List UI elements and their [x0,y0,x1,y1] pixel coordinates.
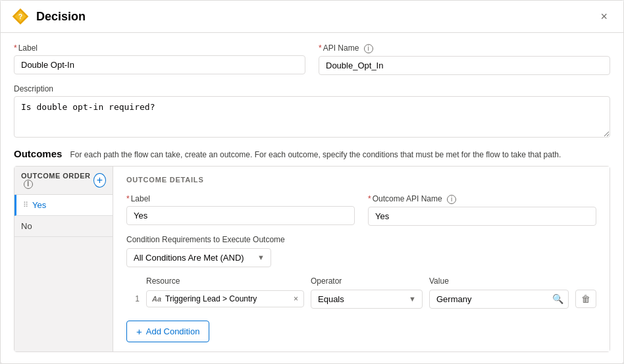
api-name-input[interactable] [319,56,610,75]
outcome-label-input[interactable] [126,206,355,225]
add-condition-plus-icon: + [136,326,142,337]
outcomes-sidebar-header: OUTCOME ORDER i + [14,167,113,195]
outcome-label-label: *Label [126,194,355,203]
modal-title: Decision [36,10,595,24]
conditions-table: Resource Operator Value 1 Aa Triggering … [126,276,596,309]
outcomes-sidebar: OUTCOME ORDER i + ⠿ Yes No [14,167,113,351]
operator-select[interactable]: EqualsNot Equal ToContainsDoes Not Conta… [311,290,423,309]
resource-type-icon: Aa [152,295,161,303]
decision-icon: ? [11,7,30,26]
value-wrapper: 🔍 [429,290,569,309]
trash-icon: 🗑 [581,294,590,304]
operator-select-wrapper: EqualsNot Equal ToContainsDoes Not Conta… [311,290,423,309]
add-condition-button[interactable]: + Add Condition [126,321,209,342]
outcome-order-info-icon[interactable]: i [24,180,33,189]
condition-headers: Resource Operator Value [126,276,596,286]
outcomes-layout: OUTCOME ORDER i + ⠿ Yes No OUTCO [14,166,610,352]
resource-header: Resource [146,276,304,286]
svg-text:?: ? [18,13,22,20]
outcome-api-info-icon[interactable]: i [447,195,456,204]
detail-title: OUTCOME DETAILS [126,176,596,184]
description-label: Description [14,84,610,93]
api-name-group: *API Name i [319,43,610,75]
add-outcome-button[interactable]: + [93,173,106,188]
operator-header: Operator [311,276,423,286]
label-api-row: *Label *API Name i [14,43,610,75]
value-input[interactable] [429,290,569,309]
modal-body: *Label *API Name i Description Outcomes … [1,33,623,363]
resource-pill[interactable]: Aa Triggering Lead > Country × [146,290,304,307]
outcomes-section: Outcomes For each path the flow can take… [14,148,610,352]
close-button[interactable]: × [595,8,613,25]
decision-modal: ? Decision × *Label *API Name i D [0,0,624,364]
condition-req-select-wrapper: All Conditions Are Met (AND)Any Conditio… [126,248,271,267]
condition-requirements-section: Condition Requirements to Execute Outcom… [126,235,596,267]
condition-row-1: 1 Aa Triggering Lead > Country × EqualsN… [126,290,596,309]
condition-req-label: Condition Requirements to Execute Outcom… [126,235,596,244]
label-input[interactable] [14,55,305,74]
outcome-label-group: *Label [126,194,355,226]
condition-req-select[interactable]: All Conditions Are Met (AND)Any Conditio… [126,248,271,267]
drag-icon-yes: ⠿ [23,201,28,209]
delete-condition-button[interactable]: 🗑 [575,290,596,308]
row-number: 1 [126,294,140,303]
outcome-api-name-group: *Outcome API Name i [368,194,596,226]
api-name-info-icon[interactable]: i [364,44,373,53]
outcome-api-name-input[interactable] [368,207,596,226]
api-name-label: *API Name i [319,43,610,53]
description-textarea[interactable] [14,96,610,138]
label-group: *Label [14,43,305,75]
outcomes-detail: OUTCOME DETAILS *Label *Outcome API Name [113,167,610,351]
outcome-order-label: OUTCOME ORDER i [21,172,93,189]
add-condition-label: Add Condition [146,326,200,336]
value-header: Value [429,276,596,286]
resource-pill-text: Triggering Lead > Country [165,294,290,303]
outcomes-header: Outcomes For each path the flow can take… [14,148,610,159]
modal-header: ? Decision × [1,1,623,33]
outcome-item-yes[interactable]: ⠿ Yes [14,195,113,216]
detail-label-row: *Label *Outcome API Name i [126,194,596,226]
outcome-item-no[interactable]: No [14,216,113,237]
outcome-api-name-label: *Outcome API Name i [368,194,596,204]
description-group: Description [14,84,610,138]
label-field-label: *Label [14,43,305,53]
resource-pill-close[interactable]: × [294,294,298,303]
